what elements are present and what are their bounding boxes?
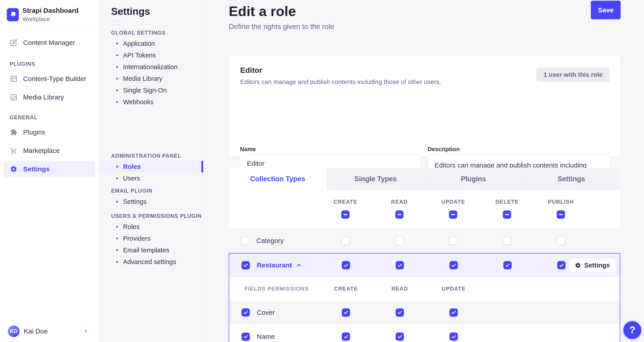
- subnav-item-api-tokens[interactable]: API Tokens: [99, 49, 203, 61]
- subnav-section-email-plugin: EMAIL PLUGIN: [111, 188, 203, 194]
- cover-read-checkbox[interactable]: [396, 308, 404, 317]
- subnav-item-media-library[interactable]: Media Library: [99, 73, 203, 84]
- category-row-checkbox[interactable]: [241, 236, 250, 245]
- bullet-icon: [116, 238, 118, 239]
- restaurant-publish-checkbox[interactable]: [557, 261, 566, 269]
- sidebar-item-label: Content-Type Builder: [23, 75, 86, 83]
- workspace-label: Workplace: [22, 16, 78, 23]
- create-all-checkbox[interactable]: [341, 210, 350, 219]
- sidebar-item-label: Plugins: [23, 128, 45, 136]
- update-all-checkbox[interactable]: [449, 210, 457, 219]
- row-label[interactable]: Restaurant: [257, 261, 292, 269]
- subnav-item-label: Providers: [123, 235, 150, 242]
- category-create-checkbox[interactable]: [342, 236, 350, 245]
- restaurant-update-checkbox[interactable]: [450, 261, 458, 269]
- row-label[interactable]: Category: [256, 237, 284, 244]
- delete-all-checkbox[interactable]: [503, 210, 511, 219]
- subnav-item-label: Advanced settings: [123, 258, 176, 266]
- bullet-icon: [116, 101, 118, 103]
- brand-header: Strapi Dashboard Workplace: [0, 0, 99, 30]
- user-name: Kai Doe: [24, 327, 48, 335]
- avatar[interactable]: KD: [8, 325, 20, 337]
- column-header-delete: DELETE: [496, 199, 519, 205]
- subnav-item-email-templates[interactable]: Email templates: [99, 244, 203, 256]
- subnav-item-email-settings[interactable]: Settings: [99, 196, 203, 207]
- subnav-item-label: Single Sign-On: [123, 87, 167, 94]
- users-with-role-button[interactable]: 1 user with this role: [536, 68, 610, 82]
- restaurant-delete-checkbox[interactable]: [504, 261, 512, 269]
- active-indicator: [201, 161, 203, 172]
- publish-all-checkbox[interactable]: [557, 210, 565, 219]
- restaurant-row-checkbox[interactable]: [242, 261, 250, 269]
- fields-column-create: CREATE: [334, 286, 358, 292]
- subnav-item-internationalization[interactable]: Internationalization: [99, 61, 203, 73]
- subnav-item-webhooks[interactable]: Webhooks: [99, 96, 203, 108]
- collapse-sidebar-button[interactable]: [82, 326, 90, 336]
- category-update-checkbox[interactable]: [449, 236, 458, 245]
- subnav-item-users[interactable]: Users: [99, 172, 203, 184]
- subnav-item-up-roles[interactable]: Roles: [99, 221, 203, 233]
- sidebar-section-plugins: PLUGINS: [4, 61, 95, 67]
- category-read-checkbox[interactable]: [395, 236, 404, 245]
- strapi-logo-icon: [7, 8, 19, 21]
- cover-row-checkbox[interactable]: [242, 308, 250, 317]
- bullet-icon: [116, 226, 118, 228]
- sidebar-footer: KD Kai Doe: [0, 320, 99, 342]
- subnav-item-roles[interactable]: Roles: [99, 161, 203, 172]
- sidebar-item-media-library[interactable]: Media Library: [4, 89, 95, 105]
- cover-create-checkbox[interactable]: [342, 308, 350, 317]
- restaurant-create-checkbox[interactable]: [342, 261, 350, 269]
- subnav-item-label: Roles: [123, 163, 141, 170]
- table-row-name: Name: [229, 324, 620, 342]
- subnav-item-providers[interactable]: Providers: [99, 233, 203, 244]
- role-description-text: Editors can manage and publish contents …: [240, 78, 441, 86]
- sidebar-item-settings[interactable]: Settings: [4, 161, 95, 177]
- sidebar-item-content-manager[interactable]: Content Manager: [4, 35, 95, 51]
- settings-subnav: Settings GLOBAL SETTINGS Application API…: [99, 0, 203, 342]
- name-read-checkbox[interactable]: [396, 332, 404, 341]
- sidebar-item-plugins[interactable]: Plugins: [4, 124, 95, 140]
- settings-button-label: Settings: [584, 262, 610, 269]
- cover-update-checkbox[interactable]: [450, 308, 458, 317]
- subnav-section-global-settings: GLOBAL SETTINGS: [111, 30, 203, 36]
- fields-column-read: READ: [392, 286, 408, 292]
- content-type-builder-icon: [10, 75, 17, 82]
- tab-plugins[interactable]: Plugins: [424, 168, 522, 190]
- column-header-update: UPDATE: [441, 199, 465, 205]
- category-publish-checkbox[interactable]: [557, 236, 565, 245]
- fields-column-update: UPDATE: [442, 286, 466, 292]
- bullet-icon: [116, 249, 118, 251]
- help-button[interactable]: ?: [623, 321, 641, 339]
- tab-single-types[interactable]: Single Types: [326, 168, 424, 190]
- name-update-checkbox[interactable]: [450, 332, 458, 341]
- save-button[interactable]: Save: [591, 1, 621, 19]
- tab-settings[interactable]: Settings: [522, 168, 620, 190]
- restaurant-settings-button[interactable]: Settings: [568, 258, 616, 272]
- row-label[interactable]: Cover: [257, 309, 275, 316]
- page-title: Edit a role: [229, 3, 296, 19]
- bullet-icon: [116, 54, 118, 56]
- subnav-item-single-sign-on[interactable]: Single Sign-On: [99, 84, 203, 96]
- row-label[interactable]: Name: [257, 333, 275, 340]
- fields-permissions-label: FIELDS PERMISSIONS: [244, 286, 309, 292]
- sidebar-item-marketplace[interactable]: Marketplace: [4, 143, 95, 159]
- subnav-item-advanced-settings[interactable]: Advanced settings: [99, 256, 203, 268]
- read-all-checkbox[interactable]: [395, 210, 403, 219]
- chevron-up-icon[interactable]: [296, 262, 302, 268]
- sidebar-item-label: Content Manager: [23, 39, 75, 47]
- subnav-item-application[interactable]: Application: [99, 38, 203, 49]
- sidebar-item-content-type-builder[interactable]: Content-Type Builder: [4, 71, 95, 87]
- category-delete-checkbox[interactable]: [503, 236, 511, 245]
- subnav-title: Settings: [111, 6, 203, 17]
- column-header-publish: PUBLISH: [548, 199, 574, 205]
- restaurant-read-checkbox[interactable]: [396, 261, 404, 269]
- table-row-category: Category: [229, 228, 620, 253]
- fields-permissions-header-row: FIELDS PERMISSIONS CREATE READ UPDATE: [229, 277, 620, 301]
- tab-collection-types[interactable]: Collection Types: [229, 168, 326, 190]
- name-create-checkbox[interactable]: [342, 332, 350, 341]
- sidebar-section-general: GENERAL: [4, 114, 95, 121]
- subnav-section-users-permissions: USERS & PERMISSIONS PLUGIN: [111, 213, 203, 219]
- name-row-checkbox[interactable]: [242, 332, 250, 341]
- page-subtitle: Define the rights given to the role: [229, 23, 334, 31]
- subnav-item-label: Settings: [123, 198, 146, 205]
